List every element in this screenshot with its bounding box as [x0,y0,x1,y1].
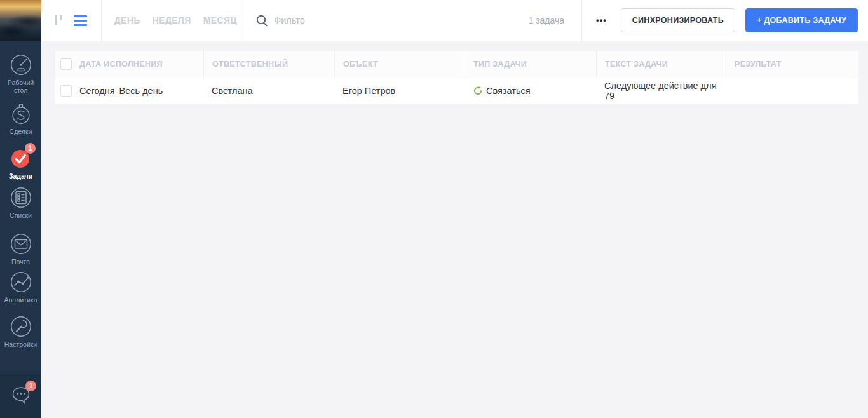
task-count-label: 1 задача [528,15,564,25]
task-responsible-cell: Светлана [203,78,334,104]
sidebar-item-label: Сделки [0,128,41,135]
task-type-cell: Связаться [465,78,596,104]
mail-icon [10,233,32,255]
task-type-label: Связаться [486,86,531,96]
sidebar-bottom-section: 1 [0,375,41,418]
follow-up-icon [473,86,483,96]
column-header-object[interactable]: ОБЪЕКТ [334,51,465,78]
add-task-button[interactable]: + ДОБАВИТЬ ЗАДАЧУ [745,8,858,32]
task-time: Весь день [119,86,163,96]
tab-month[interactable]: МЕСЯЦ [203,15,237,25]
table-row[interactable]: Сегодня Весь день Светлана Егор Петров С… [55,78,858,104]
sidebar-item-dashboard[interactable]: Рабочий стол [0,53,41,94]
dashboard-icon [10,53,32,76]
menu-icon[interactable] [74,15,87,26]
tasks-table: ДАТА ИСПОЛНЕНИЯ ОТВЕТСТВЕННЫЙ ОБЪЕКТ ТИП… [55,51,858,104]
sidebar-item-mail[interactable]: Почта [0,233,41,266]
task-object-cell: Егор Петров [334,78,465,104]
row-checkbox[interactable] [60,85,72,97]
sidebar-item-deals[interactable]: Сделки [0,102,41,135]
tasks-count-badge: 1 [25,143,36,154]
sidebar-item-settings[interactable]: Настройки [0,315,41,348]
contact-link[interactable]: Егор Петров [342,86,395,96]
workspace-photo[interactable] [0,0,41,41]
sidebar-item-analytics[interactable]: Аналитика [0,271,41,304]
sidebar-item-lists[interactable]: Списки [0,186,41,219]
lists-icon [10,186,32,209]
task-result-cell [726,78,858,104]
tab-week[interactable]: НЕДЕЛЯ [153,15,191,25]
support-chat-button[interactable]: 1 [0,383,41,407]
chat-count-badge: 1 [25,381,36,391]
column-header-result[interactable]: РЕЗУЛЬТАТ [726,51,858,78]
more-options-button[interactable]: ••• [592,13,611,28]
filter-input[interactable] [274,11,528,30]
synchronize-button[interactable]: СИНХРОНИЗИРОВАТЬ [621,8,735,32]
search-icon [256,15,268,27]
sidebar-item-label: Аналитика [0,296,41,304]
collapse-columns-icon[interactable] [55,15,62,25]
table-header-row: ДАТА ИСПОЛНЕНИЯ ОТВЕТСТВЕННЫЙ ОБЪЕКТ ТИП… [55,51,858,78]
topbar-actions: ••• СИНХРОНИЗИРОВАТЬ + ДОБАВИТЬ ЗАДАЧУ [581,0,868,41]
topbar: ДЕНЬ НЕДЕЛЯ МЕСЯЦ 1 задача ••• СИНХРОНИЗ… [41,0,868,41]
select-all-checkbox[interactable] [60,58,72,70]
sidebar-item-label: Списки [0,212,41,219]
column-header-date[interactable]: ДАТА ИСПОЛНЕНИЯ [79,51,203,78]
column-header-task-type[interactable]: ТИП ЗАДАЧИ [465,51,596,78]
column-header-task-text[interactable]: ТЕКСТ ЗАДАЧИ [596,51,726,78]
analytics-icon [10,271,32,293]
sidebar-item-label: Рабочий стол [0,79,41,94]
sidebar-item-label: Почта [0,258,41,266]
deals-icon [10,102,32,125]
column-header-responsible[interactable]: ОТВЕТСТВЕННЫЙ [203,51,334,78]
sidebar: Рабочий стол Сделки 1 Задачи [0,0,41,418]
sidebar-item-label: Задачи [0,172,41,180]
settings-icon [10,315,32,338]
task-text-cell: Следующее действие для 79 [596,78,726,104]
filter-section: 1 задача [240,0,581,41]
period-tabs: ДЕНЬ НЕДЕЛЯ МЕСЯЦ [101,0,240,41]
tab-day[interactable]: ДЕНЬ [114,15,140,25]
sidebar-item-tasks[interactable]: 1 Задачи [0,147,41,180]
topbar-left-controls [41,0,101,41]
task-date-cell: Сегодня Весь день [79,78,203,104]
sidebar-item-label: Настройки [0,340,41,348]
task-date: Сегодня [79,86,115,96]
